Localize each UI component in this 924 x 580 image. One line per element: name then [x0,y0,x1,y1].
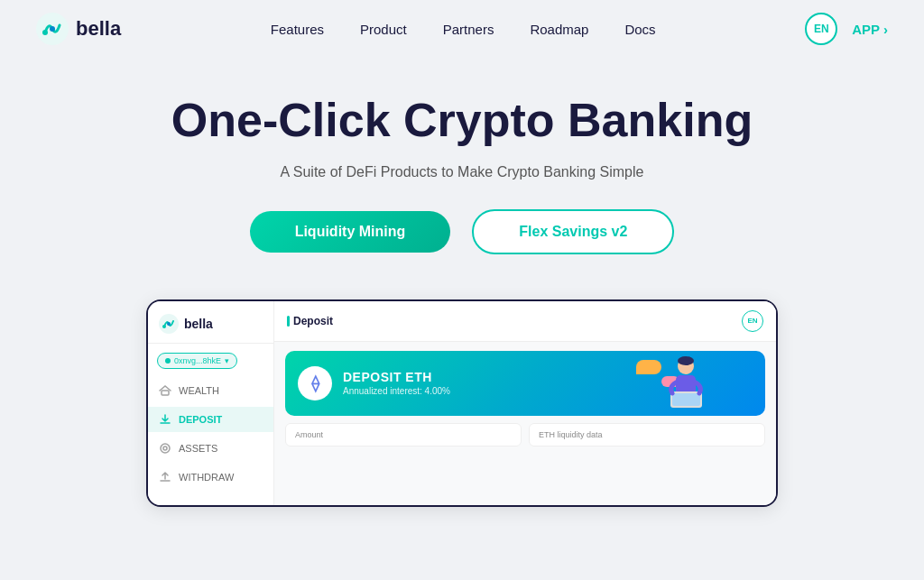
mock-table-header: Amount ETH liquidity data [274,423,776,447]
mock-nav-withdraw[interactable]: WITHDRAW [148,465,273,490]
main-nav: Features Product Partners Roadmap Docs [271,22,656,37]
mock-deposit-banner: ⟠ DEPOSIT ETH Annualized interest: 4.00% [285,351,765,416]
hero-buttons: Liquidity Mining Flex Savings v2 [250,209,675,254]
mock-logo-icon [159,314,179,334]
mock-sidebar: bella 0xnvg...8hkE ▾ WEALTH DEPOSIT [148,301,274,505]
mock-nav-wealth[interactable]: WEALTH [148,378,273,403]
svg-point-10 [678,356,694,365]
nav-product[interactable]: Product [360,22,407,37]
svg-point-7 [161,444,170,453]
mock-logo: bella [148,314,273,344]
mock-nav-assets-label: ASSETS [179,443,217,454]
eth-symbol: ⟠ [311,373,319,393]
home-icon [159,384,171,397]
nav-roadmap[interactable]: Roadmap [530,22,588,37]
svg-point-5 [167,322,171,326]
wallet-chevron: ▾ [225,356,229,365]
mock-nav-wealth-label: WEALTH [179,385,219,396]
mock-nav-deposit[interactable]: DEPOSIT [148,407,273,432]
mock-nav-assets[interactable]: ASSETS [148,436,273,461]
liquidity-mining-button[interactable]: Liquidity Mining [250,211,451,253]
deposit-subtitle: Annualized interest: 4.00% [343,386,450,396]
hero-title: One-Click Crypto Banking [171,94,753,148]
wallet-dot [165,358,171,364]
flex-savings-button[interactable]: Flex Savings v2 [472,209,674,254]
language-button[interactable]: EN [805,13,837,45]
mock-nav-deposit-label: DEPOSIT [179,414,222,425]
svg-rect-13 [672,393,700,406]
svg-point-2 [50,26,55,32]
assets-icon [159,442,171,455]
mock-header-bar: Deposit EN [274,301,776,342]
svg-point-4 [162,325,166,328]
hero-subtitle: A Suite of DeFi Products to Make Crypto … [281,164,644,180]
deposit-title: DEPOSIT ETH [343,370,450,384]
withdraw-icon [159,471,171,483]
svg-point-1 [42,30,48,35]
mock-deposit-text: DEPOSIT ETH Annualized interest: 4.00% [343,370,450,396]
mock-main-content: Deposit EN ⟠ DEPOSIT ETH Annualized inte… [274,301,776,505]
app-mockup: bella 0xnvg...8hkE ▾ WEALTH DEPOSIT [0,299,924,507]
nav-features[interactable]: Features [271,22,324,37]
mockup-window: bella 0xnvg...8hkE ▾ WEALTH DEPOSIT [146,299,778,507]
bella-logo-icon [36,13,69,45]
svg-rect-6 [162,391,169,395]
site-header: bella Features Product Partners Roadmap … [0,0,924,58]
download-icon [159,413,171,426]
logo-text: bella [76,17,121,41]
chat-bubble-1 [636,360,661,374]
mock-col-liquidity: ETH liquidity data [529,423,765,447]
mock-wallet-badge[interactable]: 0xnvg...8hkE ▾ [157,353,237,369]
header-right: EN APP › [805,13,888,45]
person-illustration [661,355,711,411]
mock-page-title: Deposit [287,315,333,327]
wallet-address: 0xnvg...8hkE [174,356,221,365]
mock-logo-text: bella [184,317,213,331]
logo[interactable]: bella [36,13,121,45]
hero-section: One-Click Crypto Banking A Suite of DeFi… [0,58,924,281]
nav-partners[interactable]: Partners [443,22,494,37]
mock-lang-badge[interactable]: EN [742,310,763,332]
mock-nav-withdraw-label: WITHDRAW [179,472,234,483]
mock-col-amount: Amount [285,423,522,447]
nav-docs[interactable]: Docs [624,22,655,37]
svg-point-8 [163,447,167,450]
app-button[interactable]: APP › [852,22,888,37]
mock-eth-icon: ⟠ [298,366,332,400]
